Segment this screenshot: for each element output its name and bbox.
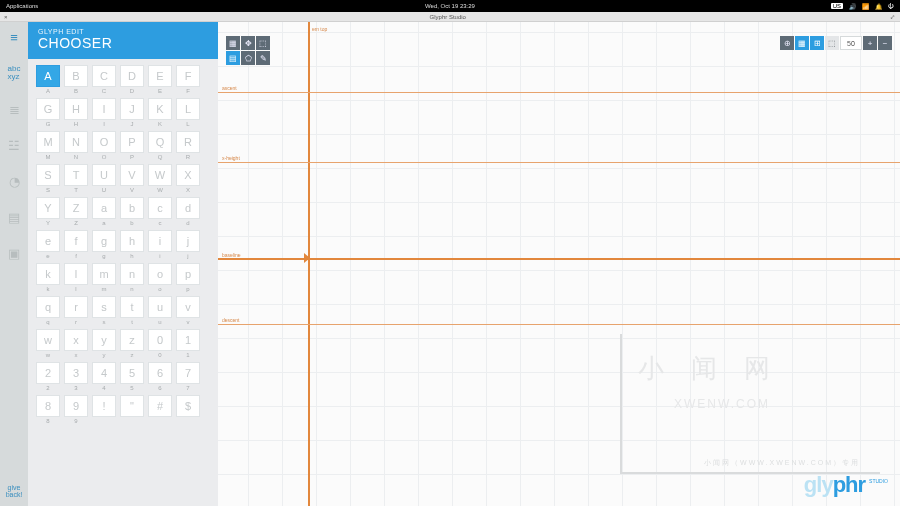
glyph-button[interactable]: C bbox=[92, 65, 116, 87]
give-back-link[interactable]: give back! bbox=[6, 484, 23, 498]
glyph-button[interactable]: L bbox=[176, 98, 200, 120]
glyph-button[interactable]: 2 bbox=[36, 362, 60, 384]
glyph-button[interactable]: 0 bbox=[148, 329, 172, 351]
zoom-in-button[interactable]: + bbox=[863, 36, 877, 50]
glyph-grid-scroll[interactable]: AABBCCDDEEFFGGHHIIJJKKLLMMNNOOPPQQRRSSTT… bbox=[28, 59, 218, 506]
glyph-button[interactable]: c bbox=[148, 197, 172, 219]
view-snap-icon[interactable]: ⊞ bbox=[810, 36, 824, 50]
edit-canvas[interactable]: em top ascent x-height baseline descent … bbox=[218, 22, 900, 506]
glyph-button[interactable]: w bbox=[36, 329, 60, 351]
zoom-out-button[interactable]: − bbox=[878, 36, 892, 50]
glyph-button[interactable]: # bbox=[148, 395, 172, 417]
gridline-h bbox=[218, 202, 900, 203]
volume-icon[interactable]: 🔊 bbox=[849, 3, 856, 10]
glyph-label: n bbox=[130, 286, 133, 293]
view-grid-icon[interactable]: ▦ bbox=[795, 36, 809, 50]
glyph-button[interactable]: X bbox=[176, 164, 200, 186]
tool-select-icon[interactable]: ▦ bbox=[226, 36, 240, 50]
glyph-button[interactable]: R bbox=[176, 131, 200, 153]
tool-poly-icon[interactable]: ⬠ bbox=[241, 51, 255, 65]
glyph-button[interactable]: Z bbox=[64, 197, 88, 219]
glyph-button[interactable]: F bbox=[176, 65, 200, 87]
glyph-button[interactable]: 5 bbox=[120, 362, 144, 384]
tool-pen-icon[interactable]: ✎ bbox=[256, 51, 270, 65]
glyph-button[interactable]: k bbox=[36, 263, 60, 285]
tool-rect-icon[interactable]: ⬚ bbox=[256, 36, 270, 50]
glyph-button[interactable]: U bbox=[92, 164, 116, 186]
glyph-button[interactable]: e bbox=[36, 230, 60, 252]
glyph-button[interactable]: O bbox=[92, 131, 116, 153]
glyph-button[interactable]: h bbox=[120, 230, 144, 252]
glyph-label: l bbox=[75, 286, 76, 293]
glyph-button[interactable]: ! bbox=[92, 395, 116, 417]
glyph-button[interactable]: H bbox=[64, 98, 88, 120]
power-icon[interactable]: ⏻ bbox=[888, 3, 894, 9]
glyph-button[interactable]: p bbox=[176, 263, 200, 285]
glyph-button[interactable]: 8 bbox=[36, 395, 60, 417]
glyph-button[interactable]: G bbox=[36, 98, 60, 120]
glyph-cell: II bbox=[92, 98, 116, 128]
glyph-button[interactable]: $ bbox=[176, 395, 200, 417]
glyph-button[interactable]: v bbox=[176, 296, 200, 318]
tool-move-icon[interactable]: ✥ bbox=[241, 36, 255, 50]
glyph-button[interactable]: i bbox=[148, 230, 172, 252]
glyph-button[interactable]: o bbox=[148, 263, 172, 285]
glyph-button[interactable]: r bbox=[64, 296, 88, 318]
rail-save-icon[interactable]: ▣ bbox=[5, 244, 23, 262]
glyph-button[interactable]: m bbox=[92, 263, 116, 285]
glyph-button[interactable]: 9 bbox=[64, 395, 88, 417]
glyph-button[interactable]: T bbox=[64, 164, 88, 186]
glyph-button[interactable]: j bbox=[176, 230, 200, 252]
view-fit-icon[interactable]: ⊕ bbox=[780, 36, 794, 50]
tool-path-icon[interactable]: ▤ bbox=[226, 51, 240, 65]
glyph-button[interactable]: u bbox=[148, 296, 172, 318]
glyph-button[interactable]: " bbox=[120, 395, 144, 417]
glyph-button[interactable]: b bbox=[120, 197, 144, 219]
glyph-button[interactable]: 6 bbox=[148, 362, 172, 384]
glyph-button[interactable]: E bbox=[148, 65, 172, 87]
glyph-button[interactable]: N bbox=[64, 131, 88, 153]
rail-history-icon[interactable]: ◔ bbox=[5, 172, 23, 190]
rail-guides-icon[interactable]: ▤ bbox=[5, 208, 23, 226]
glyph-button[interactable]: D bbox=[120, 65, 144, 87]
keyboard-indicator[interactable]: US bbox=[831, 3, 843, 9]
glyph-button[interactable]: l bbox=[64, 263, 88, 285]
glyph-button[interactable]: g bbox=[92, 230, 116, 252]
rail-layers-icon[interactable]: ≣ bbox=[5, 100, 23, 118]
glyph-button[interactable]: x bbox=[64, 329, 88, 351]
glyph-button[interactable]: I bbox=[92, 98, 116, 120]
glyph-button[interactable]: 4 bbox=[92, 362, 116, 384]
view-outline-icon[interactable]: ⬚ bbox=[825, 36, 839, 50]
glyph-button[interactable]: 3 bbox=[64, 362, 88, 384]
glyph-button[interactable]: s bbox=[92, 296, 116, 318]
rail-shapes-icon[interactable]: ☳ bbox=[5, 136, 23, 154]
glyph-button[interactable]: 7 bbox=[176, 362, 200, 384]
glyph-button[interactable]: Q bbox=[148, 131, 172, 153]
glyph-button[interactable]: a bbox=[92, 197, 116, 219]
window-maximize-button[interactable]: ⤢ bbox=[888, 13, 896, 20]
glyph-button[interactable]: q bbox=[36, 296, 60, 318]
wifi-icon[interactable]: 📶 bbox=[862, 3, 869, 10]
glyph-button[interactable]: B bbox=[64, 65, 88, 87]
glyph-button[interactable]: f bbox=[64, 230, 88, 252]
glyph-button[interactable]: P bbox=[120, 131, 144, 153]
glyph-button[interactable]: n bbox=[120, 263, 144, 285]
glyph-button[interactable]: t bbox=[120, 296, 144, 318]
glyph-button[interactable]: J bbox=[120, 98, 144, 120]
glyph-button[interactable]: y bbox=[92, 329, 116, 351]
notification-icon[interactable]: 🔔 bbox=[875, 3, 882, 10]
zoom-value[interactable]: 50 bbox=[840, 36, 862, 50]
applications-menu[interactable]: Applications bbox=[6, 3, 38, 9]
glyph-button[interactable]: Y bbox=[36, 197, 60, 219]
rail-glyph-chooser-icon[interactable]: abc xyz bbox=[5, 64, 23, 82]
glyph-button[interactable]: d bbox=[176, 197, 200, 219]
glyph-button[interactable]: S bbox=[36, 164, 60, 186]
glyph-button[interactable]: A bbox=[36, 65, 60, 87]
hamburger-menu-icon[interactable]: ≡ bbox=[5, 28, 23, 46]
glyph-button[interactable]: W bbox=[148, 164, 172, 186]
glyph-button[interactable]: K bbox=[148, 98, 172, 120]
glyph-button[interactable]: M bbox=[36, 131, 60, 153]
glyph-button[interactable]: V bbox=[120, 164, 144, 186]
glyph-button[interactable]: z bbox=[120, 329, 144, 351]
glyph-button[interactable]: 1 bbox=[176, 329, 200, 351]
